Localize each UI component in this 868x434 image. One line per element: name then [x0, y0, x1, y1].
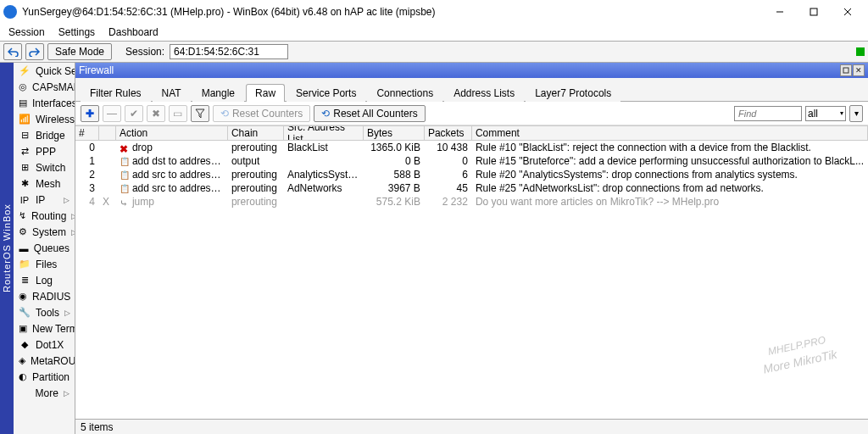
menu-dashboard[interactable]: Dashboard [108, 26, 159, 38]
address-list-icon: 📋 [120, 157, 130, 167]
close-button[interactable] [831, 1, 865, 23]
safe-mode-button[interactable]: Safe Mode [47, 43, 112, 60]
enable-button[interactable]: ✔ [125, 105, 143, 122]
remove-button[interactable]: — [103, 105, 121, 122]
tab-filter-rules[interactable]: Filter Rules [81, 84, 151, 102]
table-row[interactable]: 3📋add src to address listpreroutingAdNet… [75, 181, 868, 195]
sidebar-icon: 📁 [19, 259, 31, 270]
find-input[interactable] [734, 106, 802, 121]
connection-status-icon [856, 47, 865, 56]
column-header[interactable]: Bytes [364, 126, 425, 140]
column-header[interactable]: Comment [472, 126, 868, 140]
sidebar-icon: ◈ [19, 355, 25, 367]
panel-close-icon[interactable]: ✕ [853, 64, 865, 76]
sidebar-item-capsman[interactable]: ◎CAPsMAN [14, 79, 75, 95]
sidebar: ⚡Quick Set◎CAPsMAN▤Interfaces📶Wireless⊟B… [14, 63, 75, 434]
sidebar-icon: ▤ [19, 97, 27, 109]
column-header[interactable]: # [75, 126, 99, 140]
comment-button[interactable]: ▭ [169, 105, 187, 122]
sidebar-item-switch[interactable]: ⊞Switch [14, 159, 75, 175]
sidebar-item-quick-set[interactable]: ⚡Quick Set [14, 63, 75, 79]
session-label: Session: [125, 46, 164, 58]
chevron-right-icon: ▷ [64, 309, 70, 317]
tab-mangle[interactable]: Mangle [192, 84, 244, 102]
sidebar-item-queues[interactable]: ▬Queues [14, 240, 75, 256]
watermark: MHELP.PRO More MikroTik [754, 311, 838, 375]
disable-button[interactable]: ✖ [147, 105, 165, 122]
sidebar-icon: 🔧 [19, 307, 31, 319]
sidebar-item-ppp[interactable]: ⇄PPP [14, 143, 75, 159]
columns-button[interactable]: ▾ [849, 105, 863, 122]
sidebar-icon: ⇄ [19, 146, 31, 158]
column-header[interactable] [99, 126, 116, 140]
sidebar-icon: ≣ [19, 275, 31, 287]
panel-minimize-icon[interactable] [840, 64, 852, 76]
sidebar-item-mesh[interactable]: ✱Mesh [14, 175, 75, 192]
filter-select[interactable]: all▾ [805, 106, 846, 121]
tab-connections[interactable]: Connections [367, 84, 442, 102]
sidebar-item-tools[interactable]: 🔧Tools▷ [14, 304, 75, 320]
menu-session[interactable]: Session [8, 26, 45, 38]
sidebar-icon: ⊟ [19, 130, 31, 142]
sidebar-item-interfaces[interactable]: ▤Interfaces [14, 95, 75, 111]
redo-button[interactable] [25, 43, 44, 60]
tab-nat[interactable]: NAT [153, 84, 191, 102]
table-row[interactable]: 0✖droppreroutingBlackList1365.0 KiB10 43… [75, 141, 868, 154]
menu-settings[interactable]: Settings [58, 26, 95, 38]
status-bar: 5 items [75, 419, 868, 434]
brand-strip: RouterOS WinBox [0, 63, 14, 434]
svg-rect-1 [810, 8, 817, 15]
tab-raw[interactable]: Raw [246, 84, 285, 102]
sidebar-icon: ◆ [19, 339, 31, 351]
svg-rect-4 [843, 68, 849, 73]
rules-grid: #ActionChainSrc. Address ListBytesPacket… [75, 125, 868, 419]
table-row[interactable]: 4X⤷jumpprerouting575.2 KiB2 232Do you wa… [75, 195, 868, 209]
app-icon [3, 5, 17, 19]
sidebar-item-ip[interactable]: IPIP▷ [14, 192, 75, 208]
titlebar: YunSergey@64:D1:54:52:6C:31 (MHelp.pro) … [0, 0, 868, 24]
sidebar-item-metarouter[interactable]: ◈MetaROUTER [14, 353, 75, 369]
toolbar: Safe Mode Session: [0, 41, 868, 63]
address-list-icon: 📋 [120, 170, 130, 181]
jump-icon: ⤷ [120, 198, 130, 208]
sidebar-icon: ▣ [19, 323, 27, 335]
table-row[interactable]: 1📋add dst to address listoutput0 B0Rule … [75, 154, 868, 168]
sidebar-item-partition[interactable]: ◐Partition [14, 369, 75, 385]
sidebar-item-more[interactable]: More▷ [14, 385, 75, 401]
chevron-right-icon: ▷ [64, 389, 70, 398]
reset-counters-button[interactable]: ⟲Reset Counters [213, 105, 310, 122]
table-row[interactable]: 2📋add src to address listpreroutingAnaly… [75, 168, 868, 181]
panel-title: Firewall ✕ [75, 63, 868, 78]
sidebar-item-routing[interactable]: ↯Routing▷ [14, 208, 75, 224]
menubar: Session Settings Dashboard [0, 24, 868, 41]
tabs: Filter RulesNATMangleRawService PortsCon… [75, 78, 868, 102]
sidebar-item-radius[interactable]: ◉RADIUS [14, 288, 75, 304]
reset-all-counters-button[interactable]: ⟲Reset All Counters [314, 105, 425, 122]
sidebar-item-files[interactable]: 📁Files [14, 256, 75, 272]
column-header[interactable]: Action [116, 126, 228, 140]
column-header[interactable]: Chain [228, 126, 284, 140]
session-input[interactable] [170, 44, 288, 59]
add-button[interactable]: ✚ [81, 105, 99, 122]
sidebar-item-wireless[interactable]: 📶Wireless [14, 111, 75, 127]
maximize-button[interactable] [797, 1, 831, 23]
tab-address-lists[interactable]: Address Lists [444, 84, 524, 102]
sidebar-item-system[interactable]: ⚙System▷ [14, 224, 75, 240]
tab-service-ports[interactable]: Service Ports [287, 84, 365, 102]
sidebar-icon: IP [19, 194, 31, 206]
sidebar-item-log[interactable]: ≣Log [14, 272, 75, 288]
minimize-button[interactable] [763, 1, 797, 23]
sidebar-icon: 📶 [19, 114, 31, 125]
sidebar-item-new-terminal[interactable]: ▣New Terminal [14, 320, 75, 337]
column-header[interactable]: Src. Address List [284, 126, 364, 140]
sidebar-icon: ⚙ [19, 226, 27, 238]
filter-icon[interactable] [191, 105, 209, 122]
column-header[interactable]: Packets [425, 126, 472, 140]
sidebar-item-dot1x[interactable]: ◆Dot1X [14, 337, 75, 353]
tab-layer7-protocols[interactable]: Layer7 Protocols [526, 84, 620, 102]
sidebar-icon: ⊞ [19, 162, 31, 174]
sidebar-icon: ◎ [19, 81, 27, 93]
undo-button[interactable] [3, 43, 22, 60]
sidebar-icon: ◉ [19, 291, 27, 303]
sidebar-item-bridge[interactable]: ⊟Bridge [14, 127, 75, 143]
